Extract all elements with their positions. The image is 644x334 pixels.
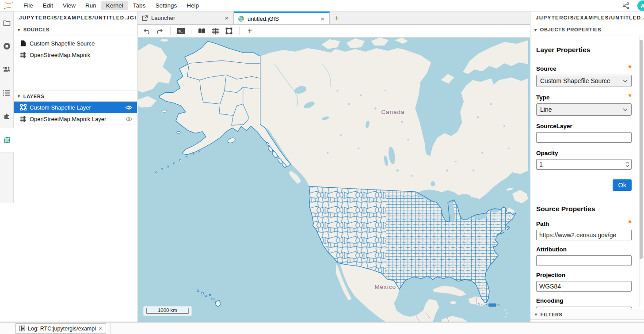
path-input[interactable] <box>536 230 632 240</box>
jupyterlab-window: { "menubar": { "items": ["File", "Edit",… <box>0 0 644 334</box>
source-item-openstreetmap[interactable]: OpenStreetMap.Mapnik <box>14 49 137 61</box>
user-avatar[interactable]: A <box>637 0 644 11</box>
required-asterisk: * <box>629 221 632 226</box>
close-icon[interactable]: × <box>224 15 229 21</box>
identify-button[interactable] <box>197 26 206 36</box>
jupytergis-panel: JUPYTERGIS/EXAMPLES/UNTITLED.JGIS ▾ SOUR… <box>14 11 137 322</box>
sources-empty-space <box>14 61 137 91</box>
launcher-icon <box>142 15 148 21</box>
menu-item-edit[interactable]: Edit <box>38 1 58 10</box>
users-icon <box>3 66 11 72</box>
projection-input[interactable] <box>536 281 632 292</box>
menu-item-tabs[interactable]: Tabs <box>128 1 151 10</box>
scale-label: 1000 km <box>158 307 177 313</box>
ok-button[interactable]: Ok <box>613 179 632 191</box>
source-item-custom-shapefile[interactable]: Custom Shapefile Source <box>14 38 137 49</box>
menu-item-view[interactable]: View <box>58 1 80 10</box>
source-properties-heading: Source Properties <box>536 205 632 213</box>
puzzle-icon <box>3 112 11 120</box>
layers-section-header[interactable]: ▾ LAYERS <box>14 91 137 102</box>
required-asterisk: * <box>629 66 632 71</box>
tab-launcher[interactable]: Launcher × <box>138 11 234 24</box>
scrollbar-thumb[interactable] <box>640 40 643 259</box>
gis-toolbar: $_ + <box>138 25 530 38</box>
grid-icon <box>20 52 27 58</box>
close-icon[interactable]: × <box>99 325 102 332</box>
eye-icon[interactable] <box>125 117 133 121</box>
collaboration-tab[interactable] <box>0 58 13 81</box>
jupytergis-globe-icon <box>3 136 11 144</box>
activity-sidebar <box>0 11 14 322</box>
layers-list: Custom Shapefile Layer OpenStreetMap.Map… <box>14 102 137 125</box>
menu-bar: File Edit View Run Kernel Tabs Settings … <box>0 0 644 11</box>
status-divider <box>111 323 111 334</box>
list-icon <box>3 90 10 96</box>
grid-icon <box>212 28 219 34</box>
map-svg: Canada México 1000 km <box>138 38 530 322</box>
source-select[interactable]: Custom Shapefile Source <box>536 75 632 87</box>
sourcelayer-input[interactable] <box>536 132 632 143</box>
tab-untitled-jgis[interactable]: untitled.jGIS × <box>234 11 330 24</box>
number-spinner[interactable] <box>625 161 629 167</box>
attribution-field: Attribution <box>536 245 632 266</box>
vector-layer-button[interactable] <box>224 26 234 36</box>
table-of-contents-tab[interactable] <box>0 81 13 105</box>
layer-properties-heading: Layer Properties <box>536 46 632 54</box>
raster-layer-button[interactable] <box>210 26 220 36</box>
sidebar-tab-group <box>0 11 14 128</box>
select-rectangle-icon <box>225 27 232 34</box>
share-icon[interactable] <box>622 2 629 9</box>
menu-item-file[interactable]: File <box>19 1 38 10</box>
map-canvas[interactable]: Canada México 1000 km <box>138 38 530 322</box>
running-kernels-tab[interactable] <box>0 35 13 58</box>
path-field: Path * <box>536 220 632 240</box>
objects-properties-header[interactable]: ▾ OBJECTS PROPERTIES <box>530 24 644 35</box>
chevron-down-icon <box>623 108 628 111</box>
sources-section-header[interactable]: ▾ SOURCES <box>14 24 137 35</box>
log-console-tab[interactable]: Log: RTC:jupytergis/exampl × <box>15 323 106 334</box>
source-item-label: OpenStreetMap.Mapnik <box>30 52 133 58</box>
eye-icon[interactable] <box>125 105 133 110</box>
file-icon <box>20 40 27 46</box>
main-dock-area: Launcher × untitled.jGIS × + <box>138 11 530 322</box>
filters-section-header[interactable]: ▾ FILTERS <box>530 309 644 320</box>
menu-item-help[interactable]: Help <box>182 1 204 10</box>
encoding-field: Encoding <box>536 296 632 308</box>
layer-item-openstreetmap[interactable]: OpenStreetMap.Mapnik Layer <box>14 113 137 125</box>
layer-item-custom-shapefile[interactable]: Custom Shapefile Layer <box>14 102 137 113</box>
close-icon[interactable]: × <box>320 15 325 22</box>
opacity-input[interactable] <box>536 159 632 170</box>
toolbar-separator <box>170 27 171 35</box>
toolbar-separator <box>191 27 191 35</box>
svg-text:$_: $_ <box>179 29 183 33</box>
status-bar: Log: RTC:jupytergis/exampl × <box>0 322 644 334</box>
map-label-mexico: México <box>374 284 396 290</box>
sources-list: Custom Shapefile Source OpenStreetMap.Ma… <box>14 35 137 61</box>
menu-item-run[interactable]: Run <box>80 1 101 10</box>
type-field: Type * Line <box>536 93 632 116</box>
add-layer-button[interactable]: + <box>245 26 255 36</box>
redo-button[interactable] <box>155 26 165 36</box>
map-label-canada: Canada <box>381 109 404 115</box>
extensions-tab[interactable] <box>0 104 13 128</box>
redo-icon <box>156 28 164 34</box>
grid-icon <box>20 116 27 122</box>
chevron-down-icon: ▾ <box>18 94 20 99</box>
chevron-down-icon: ▾ <box>18 27 20 32</box>
chevron-down-icon: ▾ <box>534 27 537 32</box>
undo-button[interactable] <box>141 26 151 36</box>
attribution-input[interactable] <box>536 255 632 266</box>
type-select[interactable]: Line <box>536 103 632 116</box>
jupytergis-sidebar-tab[interactable] <box>0 129 14 151</box>
layer-item-label: OpenStreetMap.Mapnik Layer <box>30 116 122 122</box>
menu-item-settings[interactable]: Settings <box>150 1 182 10</box>
undo-icon <box>143 28 150 34</box>
console-button[interactable]: $_ <box>176 26 186 36</box>
opacity-field: Opacity <box>536 149 632 170</box>
file-browser-tab[interactable] <box>0 11 13 35</box>
new-tab-button[interactable]: + <box>330 11 344 24</box>
menu-item-kernel[interactable]: Kernel <box>101 1 128 10</box>
encoding-input[interactable] <box>536 307 632 308</box>
log-icon <box>19 326 25 331</box>
source-field: Source * Custom Shapefile Source <box>536 65 632 87</box>
